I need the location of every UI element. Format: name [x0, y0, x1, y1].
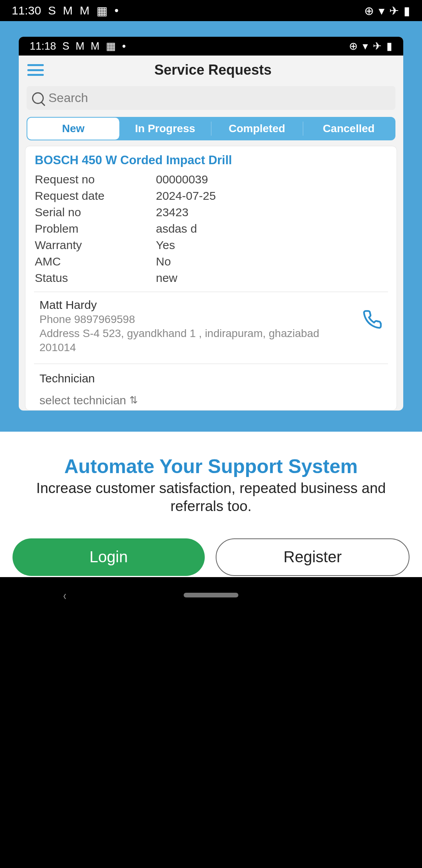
divider — [34, 292, 388, 292]
tab-new[interactable]: New — [27, 118, 119, 140]
kv-value: Yes — [156, 239, 387, 252]
request-product-title: BOSCH 450 W Corded Impact Drill — [35, 153, 387, 167]
kv-amc: AMC No — [35, 255, 387, 268]
status-icon-m: M — [91, 40, 100, 52]
customer-block: Matt Hardy Phone 9897969598 Address S-4 … — [35, 297, 387, 357]
technician-block: Technician select technician ⇅ — [35, 369, 387, 407]
plus-circle-icon: ⊕ — [349, 40, 358, 52]
plus-circle-icon: ⊕ — [364, 4, 374, 18]
kv-value: No — [156, 255, 387, 268]
status-icon-m: M — [80, 4, 89, 17]
promo-subtitle: Increase customer satisfaction, repeated… — [13, 479, 409, 516]
status-icon-dot: • — [114, 4, 119, 17]
customer-address: Address S-4 523, gyandkhand 1 , indirapu… — [39, 326, 358, 355]
call-button[interactable] — [362, 309, 383, 330]
status-icon-s: S — [48, 4, 56, 17]
tab-in-progress[interactable]: In Progress — [119, 118, 211, 140]
status-icon-s: S — [63, 40, 70, 52]
search-placeholder: Search — [48, 91, 88, 105]
battery-icon: ▮ — [386, 40, 392, 52]
kv-value: 23423 — [156, 206, 387, 219]
technician-select[interactable]: select technician ⇅ — [39, 394, 383, 407]
customer-phone: Phone 9897969598 — [39, 313, 358, 326]
kv-label: Request no — [35, 173, 156, 186]
inner-clock: 11:18 — [30, 40, 56, 52]
kv-label: AMC — [35, 255, 156, 268]
kv-status: Status new — [35, 271, 387, 285]
kv-label: Status — [35, 271, 156, 285]
page-title: Service Requests — [48, 62, 378, 78]
page-header: Service Requests — [19, 56, 403, 83]
kv-problem: Problem asdas d — [35, 222, 387, 235]
android-nav-bar: ‹ — [0, 577, 422, 613]
embedded-app-frame: 11:18 S M M ▦ • ⊕ ▾ ✈ ▮ Service Requests — [19, 37, 403, 411]
kv-request-no: Request no 00000039 — [35, 173, 387, 186]
chevron-updown-icon: ⇅ — [129, 394, 138, 406]
kv-serial-no: Serial no 23423 — [35, 206, 387, 219]
kv-warranty: Warranty Yes — [35, 239, 387, 252]
tab-completed[interactable]: Completed — [211, 118, 303, 140]
airplane-icon: ✈ — [389, 4, 399, 18]
app-showcase-panel: 11:18 S M M ▦ • ⊕ ▾ ✈ ▮ Service Requests — [0, 21, 422, 432]
kv-value: 2024-07-25 — [156, 189, 387, 203]
device-clock: 11:30 — [12, 4, 41, 17]
status-tabs: New In Progress Completed Cancelled — [27, 117, 395, 140]
wifi-icon: ▾ — [379, 4, 384, 18]
status-icon-gmail: M — [63, 4, 73, 17]
promo-title: Automate Your Support System — [13, 455, 409, 478]
request-card[interactable]: BOSCH 450 W Corded Impact Drill Request … — [25, 146, 397, 411]
promo-section: Automate Your Support System Increase cu… — [0, 432, 422, 577]
kv-value: new — [156, 271, 387, 285]
battery-icon: ▮ — [404, 4, 410, 18]
inner-status-bar: 11:18 S M M ▦ • ⊕ ▾ ✈ ▮ — [19, 37, 403, 56]
back-icon[interactable]: ‹ — [63, 588, 66, 603]
search-input[interactable]: Search — [27, 86, 395, 110]
menu-icon[interactable] — [27, 64, 44, 76]
technician-label: Technician — [39, 372, 383, 385]
tab-cancelled[interactable]: Cancelled — [303, 118, 395, 140]
status-icon-dot: • — [122, 40, 126, 52]
divider — [34, 364, 388, 364]
kv-value: asdas d — [156, 222, 387, 235]
phone-icon — [362, 309, 383, 330]
status-icon-calendar: ▦ — [97, 4, 107, 18]
kv-label: Warranty — [35, 239, 156, 252]
kv-label: Request date — [35, 189, 156, 203]
status-icon-gmail: M — [76, 40, 85, 52]
home-pill[interactable] — [184, 593, 238, 597]
search-icon — [32, 92, 44, 104]
kv-label: Problem — [35, 222, 156, 235]
device-status-bar: 11:30 S M M ▦ • ⊕ ▾ ✈ ▮ — [0, 0, 422, 21]
wifi-icon: ▾ — [363, 40, 368, 52]
login-button[interactable]: Login — [13, 538, 205, 576]
technician-select-value: select technician — [39, 394, 126, 407]
register-button[interactable]: Register — [216, 538, 409, 576]
customer-name: Matt Hardy — [39, 298, 358, 312]
airplane-icon: ✈ — [373, 40, 382, 52]
black-fill — [0, 613, 422, 868]
kv-label: Serial no — [35, 206, 156, 219]
status-icon-calendar: ▦ — [106, 40, 116, 52]
kv-value: 00000039 — [156, 173, 387, 186]
kv-request-date: Request date 2024-07-25 — [35, 189, 387, 203]
